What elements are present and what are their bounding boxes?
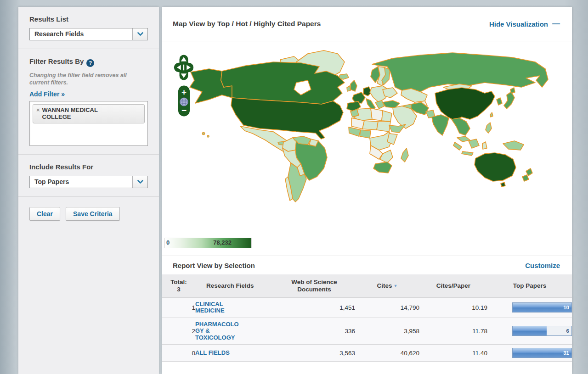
rank-cell: 0 xyxy=(162,345,195,362)
legend-min-value: 0 xyxy=(166,239,170,246)
customize-link[interactable]: Customize xyxy=(525,262,560,269)
field-link[interactable]: PHARMACOLOGY & TOXICOLOGY xyxy=(195,321,243,341)
add-filter-link[interactable]: Add Filter » xyxy=(29,90,65,98)
column-header-cites-per-paper[interactable]: Cites/Paper xyxy=(419,274,487,297)
map-view-title: Map View by Top / Hot / Highly Cited Pap… xyxy=(173,20,321,28)
results-list-select[interactable]: Research Fields xyxy=(29,28,148,40)
country-india[interactable] xyxy=(432,115,449,135)
top-papers-cell: 10 xyxy=(487,297,572,318)
top-papers-cell: 31 xyxy=(487,345,572,362)
main-panel: Map View by Top / Hot / Highly Cited Pap… xyxy=(162,7,572,374)
cites-cell: 3,958 xyxy=(355,318,419,345)
results-list-selected-value: Research Fields xyxy=(30,28,132,40)
country-japan xyxy=(504,92,514,109)
top-papers-cell: 6 xyxy=(487,318,572,345)
table-row: 0 ALL FIELDS 3,563 40,620 11.40 31 xyxy=(162,345,572,362)
rank-cell: 2 xyxy=(162,318,195,345)
report-view-title: Report View by Selection xyxy=(173,262,255,269)
include-results-section: Include Results For Top Papers xyxy=(18,155,159,197)
map-legend: 0 78,232 xyxy=(164,238,252,248)
map-countries[interactable] xyxy=(190,50,548,202)
minus-icon: — xyxy=(552,19,560,28)
filter-note: Changing the filter field removes all cu… xyxy=(29,72,148,86)
zoom-in-icon[interactable]: + xyxy=(181,87,187,97)
cites-per-paper-cell: 11.78 xyxy=(419,318,487,345)
top-papers-bar: 10 xyxy=(512,302,572,313)
map-header: Map View by Top / Hot / Highly Cited Pap… xyxy=(162,7,572,41)
rank-cell: 1 xyxy=(162,297,195,318)
filter-chip-label: WANNAN MEDICAL COLLEGE xyxy=(42,107,120,120)
cites-per-paper-cell: 10.19 xyxy=(419,297,487,318)
column-header-cites[interactable]: Cites▼ xyxy=(355,274,419,297)
active-filters-box: × WANNAN MEDICAL COLLEGE xyxy=(29,101,148,146)
esi-page: Results List Research Fields Filter Resu… xyxy=(0,0,588,374)
wos-documents-cell: 3,563 xyxy=(273,345,355,362)
field-link[interactable]: CLINICAL MEDICINE xyxy=(195,301,243,314)
cites-per-paper-cell: 11.40 xyxy=(419,345,487,362)
chevron-down-icon[interactable] xyxy=(132,28,147,40)
filter-sidebar: Results List Research Fields Filter Resu… xyxy=(18,7,159,374)
cites-cell: 14,790 xyxy=(355,297,419,318)
table-row: 1 CLINICAL MEDICINE 1,451 14,790 10.19 1… xyxy=(162,297,572,318)
hide-visualization-link[interactable]: Hide Visualization — xyxy=(489,19,560,28)
include-results-heading: Include Results For xyxy=(29,163,148,171)
wos-documents-cell: 1,451 xyxy=(273,297,355,318)
column-header-wos-documents[interactable]: Web of Science Documents xyxy=(273,274,355,297)
map-zoom-control[interactable]: + − xyxy=(178,85,190,117)
top-papers-bar: 6 xyxy=(512,326,572,336)
table-header-row: Total: 3 Research Fields Web of Science … xyxy=(162,274,572,297)
legend-max-value: 78,232 xyxy=(191,239,232,246)
column-header-top-papers[interactable]: Top Papers xyxy=(487,274,572,297)
chevron-down-icon[interactable] xyxy=(132,176,147,188)
filter-heading: Filter Results By xyxy=(29,57,84,65)
country-australia[interactable] xyxy=(475,153,516,181)
column-header-research-fields: Research Fields xyxy=(195,274,273,297)
total-header: Total: 3 xyxy=(162,274,195,297)
wos-documents-cell: 336 xyxy=(273,318,355,345)
sort-descending-icon: ▼ xyxy=(394,284,398,288)
country-south-africa xyxy=(373,162,392,173)
world-map-svg[interactable] xyxy=(163,44,570,246)
filter-chip[interactable]: × WANNAN MEDICAL COLLEGE xyxy=(33,104,145,123)
country-uk xyxy=(351,80,357,91)
include-results-select[interactable]: Top Papers xyxy=(29,176,148,188)
save-criteria-button[interactable]: Save Criteria xyxy=(66,207,120,221)
choropleth-map[interactable]: + − 0 78,232 xyxy=(162,41,572,256)
country-usa[interactable] xyxy=(231,98,343,139)
table-row: 2 PHARMACOLOGY & TOXICOLOGY 336 3,958 11… xyxy=(162,318,572,345)
cites-cell: 40,620 xyxy=(355,345,419,362)
clear-button[interactable]: Clear xyxy=(29,207,60,221)
zoom-out-icon[interactable]: − xyxy=(181,106,187,115)
include-results-selected-value: Top Papers xyxy=(30,176,132,188)
report-table: Total: 3 Research Fields Web of Science … xyxy=(162,274,572,362)
top-papers-bar: 31 xyxy=(512,348,572,358)
results-list-section: Results List Research Fields xyxy=(18,7,159,49)
remove-filter-icon[interactable]: × xyxy=(36,107,40,113)
help-icon[interactable]: ? xyxy=(86,59,94,67)
report-header: Report View by Selection Customize xyxy=(162,256,572,274)
map-pan-control[interactable] xyxy=(174,52,194,83)
filter-section: Filter Results By? Changing the filter f… xyxy=(18,49,159,155)
results-list-heading: Results List xyxy=(29,15,148,23)
actions-section: Clear Save Criteria xyxy=(18,197,159,229)
field-link[interactable]: ALL FIELDS xyxy=(195,350,243,357)
globe-icon[interactable] xyxy=(180,98,188,106)
